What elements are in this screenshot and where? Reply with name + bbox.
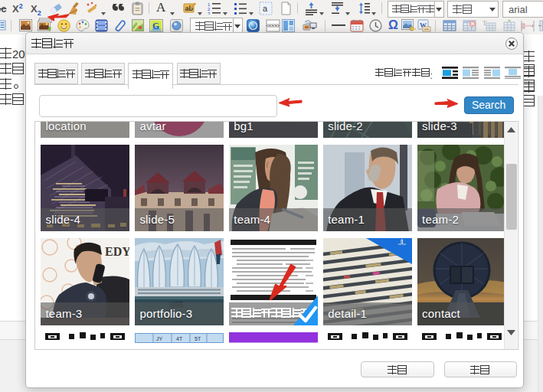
svg-text:a: a xyxy=(263,4,268,13)
svg-text:G: G xyxy=(152,21,159,31)
svg-text:5T: 5T xyxy=(195,336,201,341)
svg-text:3: 3 xyxy=(208,11,211,15)
svg-text:JY: JY xyxy=(156,336,163,341)
svg-text:4T: 4T xyxy=(176,336,183,341)
svg-text:EDY: EDY xyxy=(105,245,129,258)
